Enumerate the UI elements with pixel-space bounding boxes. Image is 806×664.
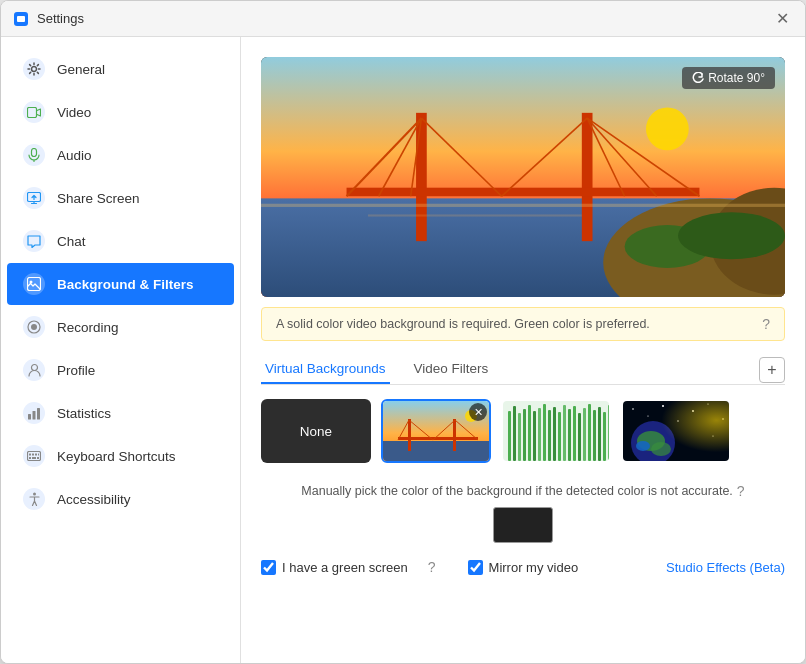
content-area: General Video	[1, 37, 805, 663]
svg-rect-28	[347, 188, 700, 197]
sidebar-label-audio: Audio	[57, 148, 92, 163]
tabs-bar: Virtual Backgrounds Video Filters +	[261, 355, 785, 385]
rotate-button[interactable]: Rotate 90°	[682, 67, 775, 89]
backgrounds-grid: None	[261, 399, 785, 463]
background-none[interactable]: None	[261, 399, 371, 463]
green-screen-checkbox[interactable]	[261, 560, 276, 575]
sidebar: General Video	[1, 37, 241, 663]
svg-rect-62	[543, 404, 546, 461]
sidebar-label-share-screen: Share Screen	[57, 191, 140, 206]
color-picker-preview[interactable]	[493, 507, 553, 543]
svg-rect-15	[28, 452, 41, 461]
svg-rect-75	[608, 405, 611, 461]
sidebar-item-general[interactable]: General	[7, 48, 234, 90]
sidebar-label-recording: Recording	[57, 320, 119, 335]
svg-rect-69	[578, 413, 581, 461]
svg-point-2	[32, 67, 37, 72]
add-background-button[interactable]: +	[759, 357, 785, 383]
svg-rect-42	[261, 204, 785, 207]
svg-point-41	[678, 212, 785, 259]
rotate-icon	[692, 72, 704, 84]
color-help-icon[interactable]: ?	[737, 483, 745, 499]
warning-bar: A solid color video background is requir…	[261, 307, 785, 341]
sidebar-label-background-filters: Background & Filters	[57, 277, 194, 292]
svg-rect-22	[37, 457, 39, 459]
manual-color-section: Manually pick the color of the backgroun…	[261, 483, 785, 543]
settings-window: Settings ✕ General	[0, 0, 806, 664]
tab-virtual-backgrounds[interactable]: Virtual Backgrounds	[261, 355, 390, 384]
svg-rect-16	[29, 454, 31, 456]
app-icon	[13, 11, 29, 27]
svg-rect-17	[32, 454, 34, 456]
svg-rect-58	[523, 409, 526, 461]
share-screen-icon	[23, 187, 45, 209]
svg-rect-1	[17, 16, 25, 22]
close-button[interactable]: ✕	[771, 8, 793, 30]
svg-rect-74	[603, 412, 606, 461]
sidebar-item-keyboard-shortcuts[interactable]: Keyboard Shortcuts	[7, 435, 234, 477]
svg-rect-48	[398, 437, 478, 440]
sidebar-item-accessibility[interactable]: Accessibility	[7, 478, 234, 520]
tab-video-filters[interactable]: Video Filters	[410, 355, 493, 384]
background-bridge[interactable]: ✕	[381, 399, 491, 463]
statistics-icon	[23, 402, 45, 424]
svg-rect-63	[548, 410, 551, 461]
studio-effects-link[interactable]: Studio Effects (Beta)	[666, 560, 785, 575]
sidebar-label-accessibility: Accessibility	[57, 492, 131, 507]
background-space[interactable]	[621, 399, 731, 463]
svg-rect-65	[558, 412, 561, 461]
svg-rect-59	[528, 405, 531, 461]
mirror-checkbox[interactable]	[468, 560, 483, 575]
manual-color-text: Manually pick the color of the backgroun…	[261, 483, 785, 499]
warning-help-icon[interactable]: ?	[762, 316, 770, 332]
sidebar-item-share-screen[interactable]: Share Screen	[7, 177, 234, 219]
svg-rect-55	[508, 411, 511, 461]
sidebar-item-profile[interactable]: Profile	[7, 349, 234, 391]
svg-rect-72	[593, 410, 596, 461]
svg-rect-3	[28, 107, 37, 117]
svg-rect-66	[563, 405, 566, 461]
chat-icon	[23, 230, 45, 252]
accessibility-icon	[23, 488, 45, 510]
video-icon	[23, 101, 45, 123]
sidebar-item-chat[interactable]: Chat	[7, 220, 234, 262]
video-preview: Rotate 90°	[261, 57, 785, 297]
general-icon	[23, 58, 45, 80]
svg-rect-26	[416, 113, 427, 241]
keyboard-icon	[23, 445, 45, 467]
green-screen-checkbox-label[interactable]: I have a green screen	[261, 560, 408, 575]
svg-rect-14	[37, 408, 40, 420]
svg-rect-27	[582, 113, 593, 241]
recording-icon	[23, 316, 45, 338]
background-grass[interactable]	[501, 399, 611, 463]
profile-icon	[23, 359, 45, 381]
svg-rect-46	[408, 419, 411, 451]
svg-rect-47	[453, 419, 456, 451]
sidebar-item-background-filters[interactable]: Background & Filters	[7, 263, 234, 305]
svg-rect-71	[588, 404, 591, 461]
sidebar-label-keyboard-shortcuts: Keyboard Shortcuts	[57, 449, 176, 464]
green-screen-section: I have a green screen ? Mirror my video …	[261, 559, 785, 575]
svg-rect-56	[513, 406, 516, 461]
svg-rect-19	[38, 454, 39, 456]
sidebar-label-video: Video	[57, 105, 91, 120]
svg-rect-18	[35, 454, 37, 456]
svg-rect-60	[533, 411, 536, 461]
svg-rect-73	[598, 407, 601, 461]
main-content: Rotate 90° A solid color video backgroun…	[241, 37, 805, 663]
sidebar-item-video[interactable]: Video	[7, 91, 234, 133]
mirror-checkbox-label[interactable]: Mirror my video	[468, 560, 579, 575]
sidebar-item-audio[interactable]: Audio	[7, 134, 234, 176]
svg-rect-43	[368, 214, 582, 216]
svg-rect-21	[32, 457, 36, 459]
sidebar-item-statistics[interactable]: Statistics	[7, 392, 234, 434]
background-bridge-remove[interactable]: ✕	[469, 403, 487, 421]
svg-rect-20	[29, 457, 31, 459]
svg-point-23	[33, 493, 36, 496]
sidebar-label-statistics: Statistics	[57, 406, 111, 421]
svg-rect-91	[623, 401, 731, 463]
sidebar-item-recording[interactable]: Recording	[7, 306, 234, 348]
sidebar-label-chat: Chat	[57, 234, 86, 249]
green-screen-help-icon[interactable]: ?	[428, 559, 436, 575]
svg-rect-68	[573, 406, 576, 461]
